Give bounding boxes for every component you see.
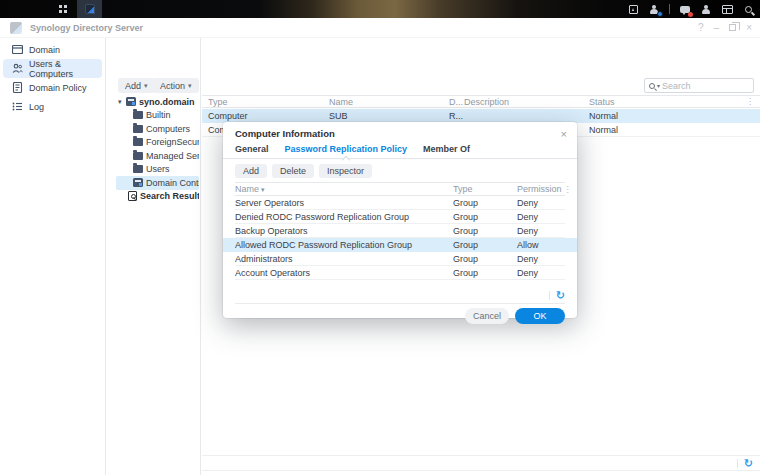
widgets-icon (722, 5, 733, 14)
table-header: Type Name D... Description Status ⋮ (202, 95, 760, 108)
dialog-footer: Cancel OK (223, 304, 577, 328)
caret-down-icon: ▾ (188, 82, 192, 90)
dialog-col-name[interactable]: Name▾ (235, 184, 453, 194)
refresh-icon[interactable]: ↻ (556, 290, 565, 301)
add-button[interactable]: Add▾ (118, 78, 155, 93)
caret-down-icon: ▾ (144, 82, 148, 90)
active-app-tab[interactable] (77, 0, 102, 18)
sidebar: Domain Users & Computers Domain Policy L… (0, 38, 106, 475)
search-box[interactable]: ▾ (644, 78, 754, 93)
col-description[interactable]: Description (464, 97, 589, 107)
folder-icon (133, 125, 143, 133)
tree-node-domain-controllers[interactable]: Domain Controlle (116, 176, 199, 190)
ok-button[interactable]: OK (515, 308, 565, 324)
log-icon (12, 101, 23, 112)
help-button[interactable]: ? (698, 22, 704, 33)
folder-icon (133, 111, 143, 119)
dialog-table-row-selected[interactable]: Allowed RODC Password Replication Group … (223, 238, 577, 252)
main-menu-button[interactable] (52, 0, 74, 18)
dialog-table-row[interactable]: Administrators Group Deny (235, 252, 565, 266)
dialog-inspector-button[interactable]: Inspector (319, 164, 372, 178)
folder-icon (133, 165, 143, 173)
eject-icon (629, 5, 638, 14)
tree-node-users[interactable]: Users (116, 163, 199, 177)
dialog-delete-button[interactable]: Delete (272, 164, 314, 178)
dialog-title: Computer Information (223, 122, 577, 140)
dialog-list-footer: ↻ (235, 288, 565, 304)
account-button[interactable] (700, 3, 712, 15)
notification-badge (688, 12, 693, 17)
tree-node-foreignsecurity[interactable]: ForeignSecurityPr (116, 136, 199, 150)
notifications-button[interactable] (679, 3, 691, 15)
domain-node-icon (126, 97, 136, 106)
sort-desc-icon: ▾ (261, 186, 265, 193)
action-button[interactable]: Action▾ (153, 78, 199, 93)
window-title: Synology Directory Server (30, 23, 143, 33)
search-icon (649, 83, 655, 89)
cancel-button[interactable]: Cancel (465, 308, 509, 324)
col-d[interactable]: D... (449, 97, 464, 107)
minimize-button[interactable]: – (714, 22, 720, 33)
sidebar-item-log[interactable]: Log (3, 97, 102, 116)
dialog-add-button[interactable]: Add (235, 164, 267, 178)
taskbar-separator (669, 4, 670, 14)
close-icon[interactable]: × (561, 129, 567, 140)
sidebar-item-label: Domain (29, 45, 60, 55)
tab-general[interactable]: General (235, 144, 269, 154)
tree-node-computers[interactable]: Computers (116, 122, 199, 136)
refresh-icon[interactable]: ↻ (744, 458, 753, 469)
dialog-table-row[interactable]: Denied RODC Password Replication Group G… (235, 210, 565, 224)
users-icon (12, 63, 23, 74)
tree-node-root[interactable]: ▾ syno.domain (116, 95, 199, 109)
window-app-icon (10, 22, 22, 34)
search-input[interactable] (662, 81, 749, 91)
folder-icon (133, 138, 143, 146)
tree-node-managed-service[interactable]: Managed Service (116, 149, 199, 163)
dialog-table-header: Name▾ Type Permission ⋮ (235, 182, 565, 196)
sidebar-item-users-computers[interactable]: Users & Computers (3, 59, 102, 78)
collapse-caret-icon[interactable]: ▾ (118, 98, 126, 106)
user-icon (702, 5, 711, 14)
sidebar-item-domain-policy[interactable]: Domain Policy (3, 78, 102, 97)
dialog-toolbar: Add Delete Inspector (223, 159, 577, 178)
user-sync-button[interactable] (648, 3, 660, 15)
dialog-col-permission[interactable]: Permission (517, 184, 562, 194)
search-icon (745, 6, 752, 13)
tree-node-search-results[interactable]: Search Results (116, 190, 199, 204)
col-status[interactable]: Status (589, 97, 742, 107)
domain-node-icon (133, 178, 143, 187)
dialog-table-row[interactable]: Backup Operators Group Deny (235, 224, 565, 238)
table-row[interactable]: Computer SUB R... Normal (202, 109, 760, 123)
window-titlebar: Synology Directory Server ? – × (0, 18, 760, 38)
tab-password-replication-policy[interactable]: Password Replication Policy (285, 144, 408, 154)
apps-grid-icon (59, 5, 67, 13)
eject-button[interactable] (627, 3, 639, 15)
policy-icon (12, 82, 23, 93)
maximize-button[interactable] (729, 24, 736, 31)
column-menu-icon[interactable]: ⋮ (562, 185, 572, 194)
sidebar-item-label: Domain Policy (29, 83, 87, 93)
col-type[interactable]: Type (208, 97, 329, 107)
tab-member-of[interactable]: Member Of (423, 144, 470, 154)
search-button[interactable] (742, 3, 754, 15)
footer-separator (549, 291, 550, 300)
col-name[interactable]: Name (329, 97, 449, 107)
tree-node-builtin[interactable]: Builtin (116, 109, 199, 123)
sidebar-item-domain[interactable]: Domain (3, 40, 102, 59)
domain-icon (12, 44, 23, 55)
dialog-table-row[interactable]: Account Operators Group Deny (235, 266, 565, 280)
computer-information-dialog: Computer Information × General Password … (223, 122, 577, 318)
widgets-button[interactable] (721, 3, 733, 15)
dialog-table-row[interactable]: Server Operators Group Deny (235, 196, 565, 210)
search-filter-caret-icon[interactable]: ▾ (657, 82, 660, 89)
domain-tree: ▾ syno.domain Builtin Computers ForeignS… (107, 95, 199, 203)
sync-badge (657, 11, 663, 17)
dialog-col-type[interactable]: Type (453, 184, 517, 194)
desktop-taskbar (0, 0, 760, 18)
close-window-button[interactable]: × (746, 22, 752, 33)
search-results-icon (128, 191, 137, 201)
column-menu-icon[interactable]: ⋮ (742, 97, 760, 106)
dialog-tabs: General Password Replication Policy Memb… (223, 140, 577, 159)
folder-icon (133, 152, 143, 160)
tree-pane: Add▾ Action▾ ▾ syno.domain Builtin Compu… (107, 38, 201, 475)
